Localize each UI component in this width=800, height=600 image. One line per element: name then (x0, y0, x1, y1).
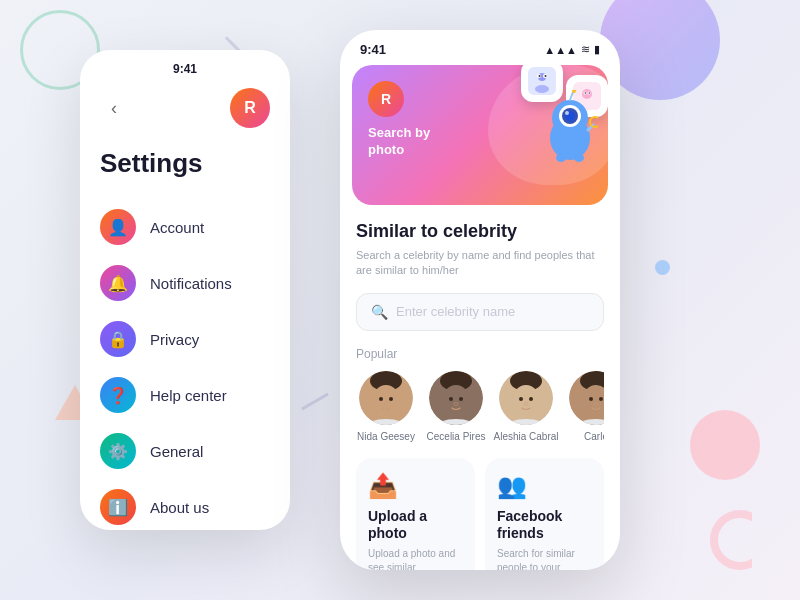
facebook-card-title: Facebook friends (497, 508, 592, 542)
celebrity-phone: 9:41 ▲▲▲ ≋ ▮ R Search by photo (340, 30, 620, 570)
battery-icon: ▮ (594, 43, 600, 56)
account-icon: 👤 (100, 209, 136, 245)
svg-point-21 (556, 154, 566, 162)
left-status-time: 9:41 (173, 62, 197, 76)
svg-point-32 (389, 397, 393, 401)
svg-point-5 (539, 75, 541, 77)
bg-decor-c-shape (710, 510, 770, 570)
general-label: General (150, 443, 203, 460)
monster-illustration (458, 65, 608, 205)
svg-point-48 (529, 397, 533, 401)
notifications-label: Notifications (150, 275, 232, 292)
bottom-action-cards: 📤 Upload a photo Upload a photo and see … (340, 458, 620, 570)
svg-point-44 (512, 385, 540, 417)
svg-point-6 (545, 75, 547, 77)
section-description: Search a celebrity by name and find peop… (356, 248, 604, 279)
celebrity-avatar-0 (359, 371, 413, 425)
wifi-icon: ≋ (581, 43, 590, 56)
about-icon: ℹ️ (100, 489, 136, 525)
notifications-icon: 🔔 (100, 265, 136, 301)
svg-point-36 (442, 385, 470, 417)
settings-item-account[interactable]: 👤 Account (80, 199, 290, 255)
monster-body (543, 90, 598, 169)
svg-line-19 (570, 92, 573, 100)
settings-item-general[interactable]: ⚙️ General (80, 423, 290, 479)
settings-header: ‹ R (80, 80, 290, 140)
svg-point-56 (599, 397, 603, 401)
bg-decor-circle-pink (690, 410, 760, 480)
facebook-card-icon: 👥 (497, 472, 592, 500)
upload-card-icon: 📤 (368, 472, 463, 500)
svg-point-40 (459, 397, 463, 401)
right-status-time: 9:41 (360, 42, 386, 57)
user-avatar-left[interactable]: R (230, 88, 270, 128)
svg-point-18 (565, 111, 569, 115)
celebrity-item-1[interactable]: Cecelia Pires (426, 371, 486, 442)
celebrity-avatar-1 (429, 371, 483, 425)
celebrity-item-3[interactable]: Carle (566, 371, 604, 442)
privacy-label: Privacy (150, 331, 199, 348)
settings-item-help[interactable]: ❓ Help center (80, 367, 290, 423)
search-placeholder-text: Enter celebrity name (396, 304, 515, 319)
right-status-bar: 9:41 ▲▲▲ ≋ ▮ (340, 30, 620, 57)
left-status-bar: 9:41 (80, 50, 290, 80)
celebrity-name-1: Cecelia Pires (427, 431, 486, 442)
phone-right-inner: 9:41 ▲▲▲ ≋ ▮ R Search by photo (340, 30, 620, 570)
svg-point-39 (449, 397, 453, 401)
about-label: About us (150, 499, 209, 516)
help-icon: ❓ (100, 377, 136, 413)
signal-icon: ▲▲▲ (544, 44, 577, 56)
settings-phone: 9:41 ‹ R Settings 👤 Account 🔔 Notificati… (80, 50, 290, 530)
facebook-card-desc: Search for similar people to your (497, 547, 592, 570)
account-label: Account (150, 219, 204, 236)
celebrity-search-box[interactable]: 🔍 Enter celebrity name (356, 293, 604, 331)
section-title: Similar to celebrity (356, 221, 604, 242)
celebrity-item-2[interactable]: Aleshia Cabral (496, 371, 556, 442)
celebrity-avatar-3 (569, 371, 604, 425)
popular-label: Popular (356, 347, 604, 361)
upload-card-desc: Upload a photo and see similar (368, 547, 463, 570)
hero-avatar: R (368, 81, 404, 117)
settings-item-about[interactable]: ℹ️ About us (80, 479, 290, 530)
upload-card-title: Upload a photo (368, 508, 463, 542)
svg-point-55 (589, 397, 593, 401)
celebrity-name-3: Carle (584, 431, 604, 442)
bottom-card-facebook[interactable]: 👥 Facebook friends Search for similar pe… (485, 458, 604, 570)
privacy-icon: 🔒 (100, 321, 136, 357)
general-icon: ⚙️ (100, 433, 136, 469)
celebrity-avatar-2 (499, 371, 553, 425)
svg-point-41 (454, 402, 458, 405)
bottom-card-upload[interactable]: 📤 Upload a photo Upload a photo and see … (356, 458, 475, 570)
celebrity-section: Similar to celebrity Search a celebrity … (340, 205, 620, 442)
back-button[interactable]: ‹ (100, 94, 128, 122)
settings-list: 👤 Account 🔔 Notifications 🔒 Privacy ❓ He… (80, 199, 290, 530)
settings-item-notifications[interactable]: 🔔 Notifications (80, 255, 290, 311)
settings-title: Settings (80, 140, 290, 199)
celebrity-name-2: Aleshia Cabral (493, 431, 558, 442)
celebrity-item-0[interactable]: Nida Geesey (356, 371, 416, 442)
svg-point-31 (379, 397, 383, 401)
svg-point-57 (594, 402, 598, 405)
popular-celebrities-row: Nida Geesey (356, 371, 604, 442)
search-icon: 🔍 (371, 304, 388, 320)
svg-point-49 (524, 402, 528, 405)
hero-section: R Search by photo (352, 65, 608, 205)
bg-decor-circle-blue (655, 260, 670, 275)
svg-point-47 (519, 397, 523, 401)
settings-item-privacy[interactable]: 🔒 Privacy (80, 311, 290, 367)
svg-point-33 (384, 402, 388, 405)
svg-point-54 (576, 419, 604, 425)
svg-point-22 (574, 154, 584, 162)
bg-decor-line-2 (301, 393, 328, 411)
celebrity-name-0: Nida Geesey (357, 431, 415, 442)
help-label: Help center (150, 387, 227, 404)
status-icons: ▲▲▲ ≋ ▮ (544, 43, 600, 56)
svg-point-28 (372, 385, 400, 417)
